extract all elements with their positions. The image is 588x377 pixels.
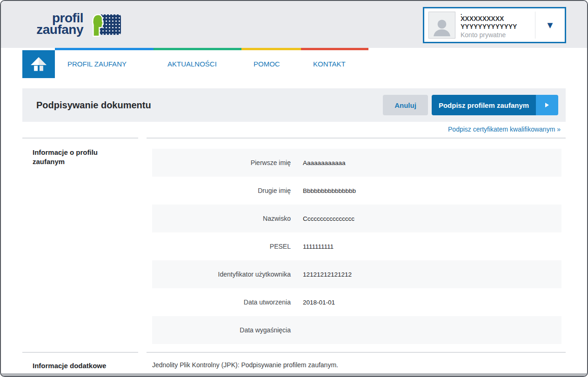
action-bar: Podpisywanie dokumentu Anuluj Podpisz pr…	[22, 88, 566, 122]
logo-text: profil zaufany	[31, 12, 83, 35]
cancel-button[interactable]: Anuluj	[383, 95, 428, 115]
additional-info-heading: Informacje dodatkowe	[33, 361, 129, 370]
logo-line2: zaufany	[31, 24, 83, 35]
field-row-pesel: PESEL 1111111111	[152, 232, 561, 260]
app-window: profil zaufany . XXXXXXXXXX YYYYYYYYY	[0, 0, 588, 377]
profil-zaufany-logo-icon	[92, 13, 121, 37]
field-label: PESEL	[152, 243, 291, 250]
home-icon	[31, 57, 47, 72]
additional-info-section: Informacje dodatkowe Jednolity Plik Kont…	[22, 352, 566, 370]
jpk-description-text: Jednolity Plik Kontrolny (JPK): Podpisyw…	[152, 361, 566, 369]
sign-button-label: Podpisz profilem zaufanym	[432, 95, 536, 115]
field-row-pierwsze-imie: Pierwsze imię Aaaaaaaaaaaa	[152, 149, 561, 177]
sign-with-trusted-profile-button[interactable]: Podpisz profilem zaufanym	[432, 95, 558, 115]
additional-info-main: Jednolity Plik Kontrolny (JPK): Podpisyw…	[147, 352, 566, 369]
nav-item-kontakt[interactable]: KONTAKT	[313, 50, 346, 78]
user-account-dropdown[interactable]: . XXXXXXXXXX YYYYYYYYYYYYY Konto prywatn…	[423, 7, 566, 43]
field-label: Pierwsze imię	[152, 159, 291, 166]
field-value: Aaaaaaaaaaaa	[291, 159, 346, 166]
nav-item-pomoc[interactable]: POMOC	[254, 50, 280, 78]
field-value: Bbbbbbbbbbbbbbb	[291, 187, 356, 194]
field-label: Data wygaśnięcia	[152, 326, 291, 334]
user-name-line2: YYYYYYYYYYYYY	[461, 23, 535, 31]
profil-zaufany-logo[interactable]: profil zaufany	[31, 12, 124, 39]
account-type-label: Konto prywatne	[461, 31, 535, 40]
field-value: 2018-01-01	[291, 299, 335, 306]
bottom-edge-strip	[1, 373, 587, 376]
profile-info-sidebar: Informacje o profilu zaufanym	[22, 138, 138, 166]
nav-item-aktualnosci[interactable]: AKTUALNOŚCI	[167, 50, 217, 78]
field-label: Data utworzenia	[152, 298, 291, 306]
field-label: Drugie imię	[152, 187, 291, 194]
user-name-truncated-line: .	[461, 12, 535, 15]
field-label: Nazwisko	[152, 215, 291, 222]
profile-info-section: Informacje o profilu zaufanym Pierwsze i…	[22, 138, 566, 344]
field-value: 12121212121212	[291, 271, 352, 278]
sign-with-qualified-certificate-link[interactable]: Podpisz certyfikatem kwalifikowanym »	[448, 126, 561, 133]
additional-info-sidebar: Informacje dodatkowe	[22, 352, 138, 370]
field-row-identyfikator: Identyfikator użytkownika 12121212121212	[152, 260, 561, 288]
field-value: 1111111111	[291, 243, 334, 250]
sign-button-arrow-segment[interactable]	[536, 95, 558, 115]
field-row-data-wygasniecia: Data wygaśnięcia	[152, 316, 561, 344]
user-name-line1: XXXXXXXXXX	[461, 15, 535, 23]
field-value: Cccccccccccccccc	[291, 215, 354, 222]
user-info: . XXXXXXXXXX YYYYYYYYYYYYY Konto prywatn…	[455, 11, 535, 40]
header: profil zaufany . XXXXXXXXXX YYYYYYYYY	[1, 1, 587, 48]
chevron-down-icon: ▼	[546, 20, 555, 30]
person-silhouette-icon	[431, 16, 453, 38]
nav-home-button[interactable]	[22, 50, 55, 78]
field-label: Identyfikator użytkownika	[152, 271, 291, 278]
arrow-right-icon	[545, 103, 549, 107]
profile-info-fields: Pierwsze imię Aaaaaaaaaaaa Drugie imię B…	[147, 138, 566, 344]
field-row-data-utworzenia: Data utworzenia 2018-01-01	[152, 288, 561, 316]
avatar	[428, 12, 455, 39]
nav-item-profil-zaufany[interactable]: PROFIL ZAUFANY	[67, 50, 127, 78]
field-row-nazwisko: Nazwisko Cccccccccccccccc	[152, 205, 561, 232]
field-row-drugie-imie: Drugie imię Bbbbbbbbbbbbbbb	[152, 177, 561, 205]
profile-info-heading: Informacje o profilu zaufanym	[33, 148, 129, 166]
page-title: Podpisywanie dokumentu	[36, 100, 383, 111]
user-dropdown-toggle[interactable]: ▼	[535, 12, 565, 39]
logo-head-profile-icon	[92, 13, 106, 37]
